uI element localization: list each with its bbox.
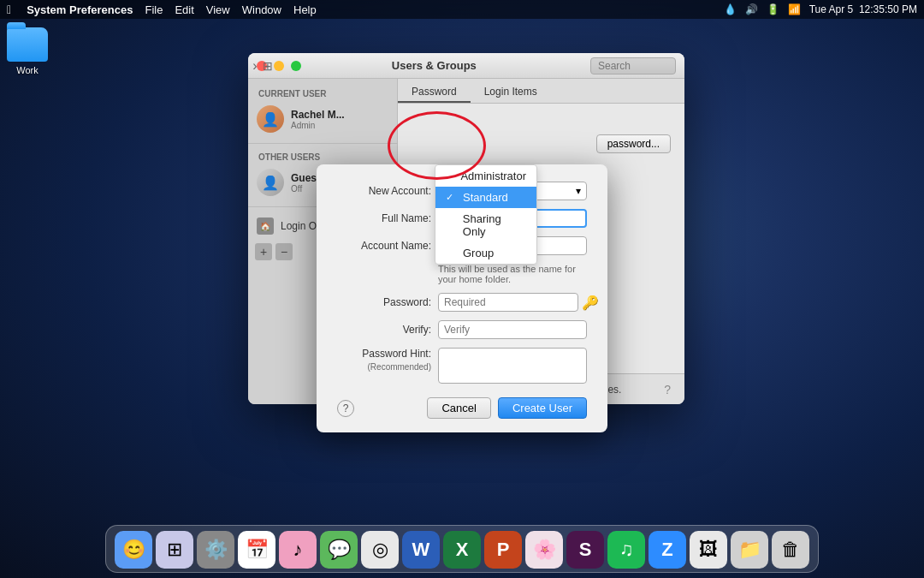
menubar-battery-icon[interactable]: 🔋 bbox=[767, 3, 779, 15]
menubar-right: 💧 🔊 🔋 📶 Tue Apr 5 12:35:50 PM bbox=[724, 3, 917, 15]
dropdown-chevron-icon: ▾ bbox=[576, 185, 581, 197]
account-name-label: Account Name: bbox=[337, 240, 431, 252]
verify-row: Verify: bbox=[337, 320, 587, 339]
full-name-label: Full Name: bbox=[337, 212, 431, 224]
dropdown-option-administrator[interactable]: Administrator bbox=[435, 165, 536, 187]
dropdown-option-sharing-only-label: Sharing Only bbox=[463, 212, 526, 238]
checkmark-administrator bbox=[446, 171, 455, 182]
checkmark-group bbox=[446, 248, 458, 259]
password-label: Password: bbox=[337, 296, 431, 308]
key-icon[interactable]: 🔑 bbox=[582, 295, 599, 311]
cancel-button[interactable]: Cancel bbox=[427, 397, 490, 419]
dropdown-menu[interactable]: Administrator ✓ Standard Sharing Only bbox=[435, 164, 537, 265]
menubar-dropbox-icon[interactable]: 💧 bbox=[724, 3, 737, 15]
checkmark-sharing-only bbox=[446, 220, 458, 230]
dialog-buttons: ? Cancel Create User bbox=[337, 397, 587, 419]
new-account-label: New Account: bbox=[337, 185, 431, 197]
password-row: Password: 🔑 bbox=[337, 293, 587, 312]
dropdown-option-standard[interactable]: ✓ Standard bbox=[435, 187, 536, 208]
hint-input[interactable] bbox=[438, 348, 587, 384]
verify-label: Verify: bbox=[337, 324, 431, 336]
menubar-datetime: Tue Apr 5 12:35:50 PM bbox=[809, 3, 917, 15]
menubar:  System Preferences File Edit View Wind… bbox=[0, 0, 924, 19]
password-field-container: 🔑 bbox=[438, 293, 599, 312]
dropdown-option-administrator-label: Administrator bbox=[460, 170, 526, 182]
create-user-button[interactable]: Create User bbox=[498, 397, 587, 419]
new-account-row: New Account: Standard ▾ Administrator ✓ bbox=[337, 182, 587, 200]
dropdown-option-group[interactable]: Group bbox=[435, 242, 536, 264]
dialog-overlay: New Account: Standard ▾ Administrator ✓ bbox=[0, 19, 924, 578]
dropdown-option-sharing-only[interactable]: Sharing Only bbox=[435, 208, 536, 242]
new-account-dialog: New Account: Standard ▾ Administrator ✓ bbox=[317, 164, 607, 432]
hint-row: Password Hint: (Recommended) bbox=[337, 348, 587, 384]
menubar-wifi-icon[interactable]: 📶 bbox=[788, 3, 801, 15]
account-name-hint: This will be used as the name for your h… bbox=[438, 264, 587, 284]
menubar-left:  System Preferences File Edit View Wind… bbox=[7, 3, 317, 16]
menubar-help[interactable]: Help bbox=[293, 3, 317, 16]
hint-recommended-text: (Recommended) bbox=[337, 361, 431, 372]
password-hint-label-text: Password Hint: bbox=[337, 348, 431, 361]
menubar-file[interactable]: File bbox=[145, 3, 163, 16]
checkmark-standard: ✓ bbox=[446, 192, 458, 203]
password-hint-label: Password Hint: (Recommended) bbox=[337, 348, 431, 372]
menubar-volume-icon[interactable]: 🔊 bbox=[745, 3, 758, 15]
menubar-view[interactable]: View bbox=[206, 3, 230, 16]
menubar-edit[interactable]: Edit bbox=[175, 3, 193, 16]
dropdown-option-group-label: Group bbox=[463, 247, 494, 259]
account-type-dropdown-container: Standard ▾ Administrator ✓ Standard bbox=[438, 182, 587, 200]
menubar-app-name[interactable]: System Preferences bbox=[27, 3, 133, 16]
verify-input[interactable] bbox=[438, 320, 587, 339]
apple-menu[interactable]:  bbox=[7, 3, 11, 16]
password-input[interactable] bbox=[438, 293, 578, 312]
dropdown-option-standard-label: Standard bbox=[463, 191, 508, 204]
menubar-window[interactable]: Window bbox=[242, 3, 281, 16]
dialog-help-button[interactable]: ? bbox=[337, 400, 354, 417]
desktop: Work ‹ › ⊞ Users & Groups Current User 👤 bbox=[0, 19, 924, 578]
